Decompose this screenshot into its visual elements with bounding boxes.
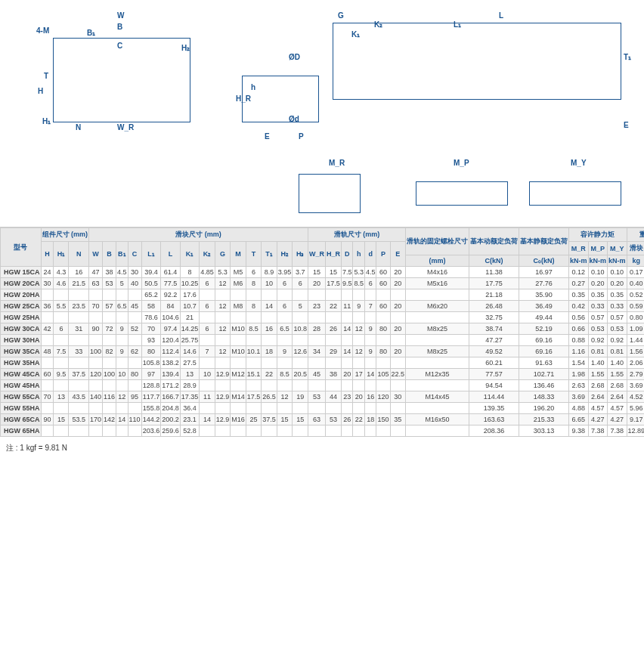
data-cell: 203.6 <box>141 425 161 437</box>
data-cell: 14 <box>364 369 376 380</box>
table-row: HGW 45HA128.8171.228.994.54136.462.632.6… <box>1 380 645 391</box>
data-cell <box>406 380 469 391</box>
data-cell: 45 <box>128 301 141 312</box>
data-cell: 9 <box>277 346 293 357</box>
data-cell <box>262 289 277 301</box>
data-cell: 4.88 <box>569 403 589 414</box>
data-cell: 166.7 <box>161 391 181 403</box>
data-cell: 20 <box>341 369 353 380</box>
data-cell: 37.5 <box>262 414 277 425</box>
th-H3col: H₃ <box>293 242 308 267</box>
data-cell: 38 <box>103 267 116 278</box>
th-Mcol: M <box>231 242 246 267</box>
data-cell: 28 <box>308 323 325 335</box>
data-cell: 17.5 <box>246 391 262 403</box>
data-cell: 120 <box>89 369 103 380</box>
data-cell <box>89 357 103 369</box>
data-cell <box>89 335 103 346</box>
label-HR: H_R <box>236 94 251 103</box>
data-cell <box>231 289 246 301</box>
model-cell: HGW 65HA <box>1 425 42 437</box>
th-MPcol: M_P <box>588 242 608 255</box>
data-cell: 20 <box>390 267 406 278</box>
th-bolt: 滑轨的固定螺栓尺寸 <box>406 228 469 255</box>
data-cell: 82 <box>103 346 116 357</box>
data-cell: 0.33 <box>608 301 627 312</box>
th-B1col: B₁ <box>116 242 128 267</box>
data-cell: 14 <box>341 346 353 357</box>
data-cell <box>341 335 353 346</box>
table-row: HGW 35HA105.8138.227.560.2191.631.541.40… <box>1 357 645 369</box>
data-cell: M8 <box>231 301 246 312</box>
th-dynamic: 基本动额定负荷 <box>469 228 519 255</box>
data-cell: 80 <box>376 346 390 357</box>
data-cell: 5.5 <box>54 301 69 312</box>
data-cell: 196.20 <box>519 403 569 414</box>
data-cell: 14 <box>116 414 128 425</box>
data-cell: 1.55 <box>588 369 608 380</box>
data-cell: 47.27 <box>469 335 519 346</box>
th-boltmm: (mm) <box>406 255 469 267</box>
data-cell: 9 <box>116 323 128 335</box>
data-cell: 7.5 <box>54 346 69 357</box>
data-cell <box>293 403 308 414</box>
table-body: HGW 15CA244.31647384.53039.461.484.855.3… <box>1 267 645 437</box>
data-cell: 70 <box>89 301 103 312</box>
data-cell: 14.6 <box>180 346 200 357</box>
data-cell: 16.97 <box>519 267 569 278</box>
data-cell: 139.4 <box>161 369 181 380</box>
data-cell <box>308 380 325 391</box>
data-cell: 6 <box>277 301 293 312</box>
th-H: H <box>41 242 54 267</box>
th-WRcol: W_R <box>308 242 325 267</box>
data-cell <box>325 425 341 437</box>
th-H1: H₁ <box>54 242 69 267</box>
th-HRcol: H_R <box>325 242 341 267</box>
data-cell <box>262 425 277 437</box>
data-cell: 1.55 <box>608 369 627 380</box>
data-cell: 105 <box>376 369 390 380</box>
data-cell: 24 <box>41 267 54 278</box>
data-cell <box>341 357 353 369</box>
data-cell: M5 <box>231 267 246 278</box>
th-hcol: h <box>353 242 365 267</box>
data-cell: 7 <box>364 301 376 312</box>
th-Bcol: B <box>103 242 116 267</box>
data-cell: 12 <box>353 346 365 357</box>
label-MY: M_Y <box>571 159 587 167</box>
data-cell <box>364 357 376 369</box>
label-phiD: ØD <box>289 53 300 61</box>
data-cell: 26 <box>325 323 341 335</box>
label-W: W <box>117 11 124 20</box>
data-cell: M10 <box>231 323 246 335</box>
data-cell: 57 <box>103 301 116 312</box>
data-cell: 6 <box>293 278 308 289</box>
data-cell: 26.48 <box>469 301 519 312</box>
data-cell: 0.35 <box>588 289 608 301</box>
data-cell: 8.5 <box>277 369 293 380</box>
data-cell: 40 <box>128 278 141 289</box>
data-cell <box>406 335 469 346</box>
data-cell: 80 <box>141 346 161 357</box>
data-cell <box>200 425 215 437</box>
data-cell: 142 <box>103 414 116 425</box>
table-row: HGW 30HA93120.425.7547.2769.160.880.920.… <box>1 335 645 346</box>
data-cell <box>54 357 69 369</box>
data-cell: 80 <box>128 369 141 380</box>
data-cell: 144.2 <box>141 414 161 425</box>
data-cell: 33 <box>69 346 89 357</box>
data-cell <box>364 425 376 437</box>
data-cell <box>128 335 141 346</box>
data-cell: 17.6 <box>180 289 200 301</box>
data-cell: 63 <box>89 278 103 289</box>
data-cell: 10.25 <box>180 278 200 289</box>
data-cell: 11 <box>200 391 215 403</box>
data-cell <box>54 312 69 323</box>
data-cell: 204.8 <box>161 403 181 414</box>
data-cell: 200.2 <box>161 414 181 425</box>
data-cell: 60 <box>376 278 390 289</box>
data-cell <box>364 403 376 414</box>
label-E: E <box>265 132 270 141</box>
data-cell: 3.69 <box>627 380 644 391</box>
data-cell: 0.66 <box>569 323 589 335</box>
